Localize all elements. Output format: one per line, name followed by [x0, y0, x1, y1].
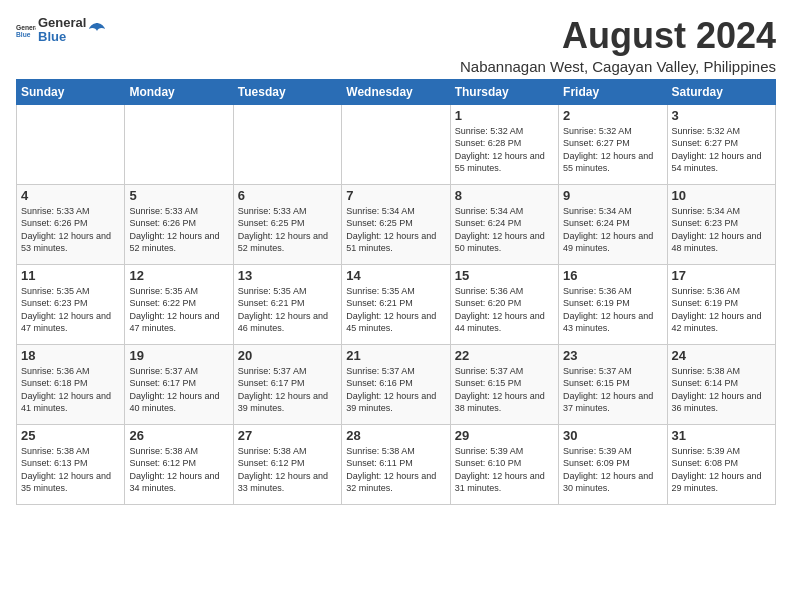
daylight-label: Daylight: 12 hours and 48 minutes. — [672, 231, 762, 254]
day-number: 4 — [21, 188, 120, 203]
page-header: General Blue General Blue August 2024 Na… — [16, 16, 776, 75]
sunset-label: Sunset: 6:14 PM — [672, 378, 739, 388]
day-info: Sunrise: 5:36 AMSunset: 6:20 PMDaylight:… — [455, 285, 554, 335]
sunset-label: Sunset: 6:18 PM — [21, 378, 88, 388]
sunset-label: Sunset: 6:25 PM — [238, 218, 305, 228]
day-info: Sunrise: 5:39 AMSunset: 6:08 PMDaylight:… — [672, 445, 771, 495]
calendar-cell: 16Sunrise: 5:36 AMSunset: 6:19 PMDayligh… — [559, 264, 667, 344]
calendar-cell: 31Sunrise: 5:39 AMSunset: 6:08 PMDayligh… — [667, 424, 775, 504]
sunset-label: Sunset: 6:09 PM — [563, 458, 630, 468]
day-number: 11 — [21, 268, 120, 283]
daylight-label: Daylight: 12 hours and 31 minutes. — [455, 471, 545, 494]
day-number: 18 — [21, 348, 120, 363]
col-header-wednesday: Wednesday — [342, 79, 450, 104]
daylight-label: Daylight: 12 hours and 52 minutes. — [129, 231, 219, 254]
day-info: Sunrise: 5:34 AMSunset: 6:25 PMDaylight:… — [346, 205, 445, 255]
day-number: 5 — [129, 188, 228, 203]
day-number: 6 — [238, 188, 337, 203]
sunset-label: Sunset: 6:21 PM — [238, 298, 305, 308]
calendar-cell: 22Sunrise: 5:37 AMSunset: 6:15 PMDayligh… — [450, 344, 558, 424]
day-number: 21 — [346, 348, 445, 363]
day-info: Sunrise: 5:32 AMSunset: 6:27 PMDaylight:… — [563, 125, 662, 175]
header-row: SundayMondayTuesdayWednesdayThursdayFrid… — [17, 79, 776, 104]
sunrise-label: Sunrise: 5:35 AM — [238, 286, 307, 296]
sunrise-label: Sunrise: 5:37 AM — [563, 366, 632, 376]
sunrise-label: Sunrise: 5:32 AM — [563, 126, 632, 136]
logo-blue: Blue — [38, 30, 86, 44]
calendar-cell: 11Sunrise: 5:35 AMSunset: 6:23 PMDayligh… — [17, 264, 125, 344]
week-row-3: 11Sunrise: 5:35 AMSunset: 6:23 PMDayligh… — [17, 264, 776, 344]
daylight-label: Daylight: 12 hours and 29 minutes. — [672, 471, 762, 494]
day-info: Sunrise: 5:35 AMSunset: 6:22 PMDaylight:… — [129, 285, 228, 335]
calendar-cell: 17Sunrise: 5:36 AMSunset: 6:19 PMDayligh… — [667, 264, 775, 344]
sunset-label: Sunset: 6:15 PM — [563, 378, 630, 388]
calendar-cell: 21Sunrise: 5:37 AMSunset: 6:16 PMDayligh… — [342, 344, 450, 424]
daylight-label: Daylight: 12 hours and 37 minutes. — [563, 391, 653, 414]
day-info: Sunrise: 5:38 AMSunset: 6:12 PMDaylight:… — [129, 445, 228, 495]
day-info: Sunrise: 5:34 AMSunset: 6:24 PMDaylight:… — [563, 205, 662, 255]
day-number: 15 — [455, 268, 554, 283]
daylight-label: Daylight: 12 hours and 54 minutes. — [672, 151, 762, 174]
sunrise-label: Sunrise: 5:35 AM — [129, 286, 198, 296]
day-number: 29 — [455, 428, 554, 443]
calendar-table: SundayMondayTuesdayWednesdayThursdayFrid… — [16, 79, 776, 505]
daylight-label: Daylight: 12 hours and 41 minutes. — [21, 391, 111, 414]
day-info: Sunrise: 5:35 AMSunset: 6:21 PMDaylight:… — [346, 285, 445, 335]
calendar-cell: 13Sunrise: 5:35 AMSunset: 6:21 PMDayligh… — [233, 264, 341, 344]
day-info: Sunrise: 5:36 AMSunset: 6:19 PMDaylight:… — [563, 285, 662, 335]
day-info: Sunrise: 5:34 AMSunset: 6:23 PMDaylight:… — [672, 205, 771, 255]
daylight-label: Daylight: 12 hours and 35 minutes. — [21, 471, 111, 494]
sunrise-label: Sunrise: 5:33 AM — [238, 206, 307, 216]
sunset-label: Sunset: 6:27 PM — [672, 138, 739, 148]
calendar-cell: 10Sunrise: 5:34 AMSunset: 6:23 PMDayligh… — [667, 184, 775, 264]
sunset-label: Sunset: 6:22 PM — [129, 298, 196, 308]
sunrise-label: Sunrise: 5:35 AM — [346, 286, 415, 296]
day-info: Sunrise: 5:38 AMSunset: 6:11 PMDaylight:… — [346, 445, 445, 495]
day-info: Sunrise: 5:34 AMSunset: 6:24 PMDaylight:… — [455, 205, 554, 255]
calendar-cell — [125, 104, 233, 184]
col-header-tuesday: Tuesday — [233, 79, 341, 104]
day-number: 25 — [21, 428, 120, 443]
sunrise-label: Sunrise: 5:36 AM — [563, 286, 632, 296]
calendar-cell: 6Sunrise: 5:33 AMSunset: 6:25 PMDaylight… — [233, 184, 341, 264]
daylight-label: Daylight: 12 hours and 47 minutes. — [21, 311, 111, 334]
daylight-label: Daylight: 12 hours and 55 minutes. — [455, 151, 545, 174]
calendar-cell: 28Sunrise: 5:38 AMSunset: 6:11 PMDayligh… — [342, 424, 450, 504]
week-row-4: 18Sunrise: 5:36 AMSunset: 6:18 PMDayligh… — [17, 344, 776, 424]
calendar-cell: 4Sunrise: 5:33 AMSunset: 6:26 PMDaylight… — [17, 184, 125, 264]
calendar-cell: 30Sunrise: 5:39 AMSunset: 6:09 PMDayligh… — [559, 424, 667, 504]
sunrise-label: Sunrise: 5:37 AM — [346, 366, 415, 376]
sunset-label: Sunset: 6:13 PM — [21, 458, 88, 468]
col-header-thursday: Thursday — [450, 79, 558, 104]
sunset-label: Sunset: 6:23 PM — [21, 298, 88, 308]
daylight-label: Daylight: 12 hours and 36 minutes. — [672, 391, 762, 414]
sunset-label: Sunset: 6:11 PM — [346, 458, 413, 468]
sunset-label: Sunset: 6:19 PM — [672, 298, 739, 308]
sunrise-label: Sunrise: 5:33 AM — [129, 206, 198, 216]
calendar-cell: 5Sunrise: 5:33 AMSunset: 6:26 PMDaylight… — [125, 184, 233, 264]
daylight-label: Daylight: 12 hours and 46 minutes. — [238, 311, 328, 334]
sunrise-label: Sunrise: 5:38 AM — [238, 446, 307, 456]
day-number: 26 — [129, 428, 228, 443]
calendar-cell: 8Sunrise: 5:34 AMSunset: 6:24 PMDaylight… — [450, 184, 558, 264]
sunset-label: Sunset: 6:28 PM — [455, 138, 522, 148]
calendar-cell: 14Sunrise: 5:35 AMSunset: 6:21 PMDayligh… — [342, 264, 450, 344]
col-header-saturday: Saturday — [667, 79, 775, 104]
sunset-label: Sunset: 6:16 PM — [346, 378, 413, 388]
sunset-label: Sunset: 6:12 PM — [238, 458, 305, 468]
sunrise-label: Sunrise: 5:39 AM — [672, 446, 741, 456]
day-info: Sunrise: 5:37 AMSunset: 6:16 PMDaylight:… — [346, 365, 445, 415]
calendar-cell: 7Sunrise: 5:34 AMSunset: 6:25 PMDaylight… — [342, 184, 450, 264]
sunrise-label: Sunrise: 5:37 AM — [238, 366, 307, 376]
daylight-label: Daylight: 12 hours and 51 minutes. — [346, 231, 436, 254]
calendar-cell: 25Sunrise: 5:38 AMSunset: 6:13 PMDayligh… — [17, 424, 125, 504]
day-info: Sunrise: 5:39 AMSunset: 6:10 PMDaylight:… — [455, 445, 554, 495]
logo-icon: General Blue — [16, 22, 36, 38]
calendar-cell: 26Sunrise: 5:38 AMSunset: 6:12 PMDayligh… — [125, 424, 233, 504]
daylight-label: Daylight: 12 hours and 53 minutes. — [21, 231, 111, 254]
sunrise-label: Sunrise: 5:34 AM — [672, 206, 741, 216]
daylight-label: Daylight: 12 hours and 49 minutes. — [563, 231, 653, 254]
calendar-cell: 12Sunrise: 5:35 AMSunset: 6:22 PMDayligh… — [125, 264, 233, 344]
day-info: Sunrise: 5:35 AMSunset: 6:23 PMDaylight:… — [21, 285, 120, 335]
daylight-label: Daylight: 12 hours and 52 minutes. — [238, 231, 328, 254]
